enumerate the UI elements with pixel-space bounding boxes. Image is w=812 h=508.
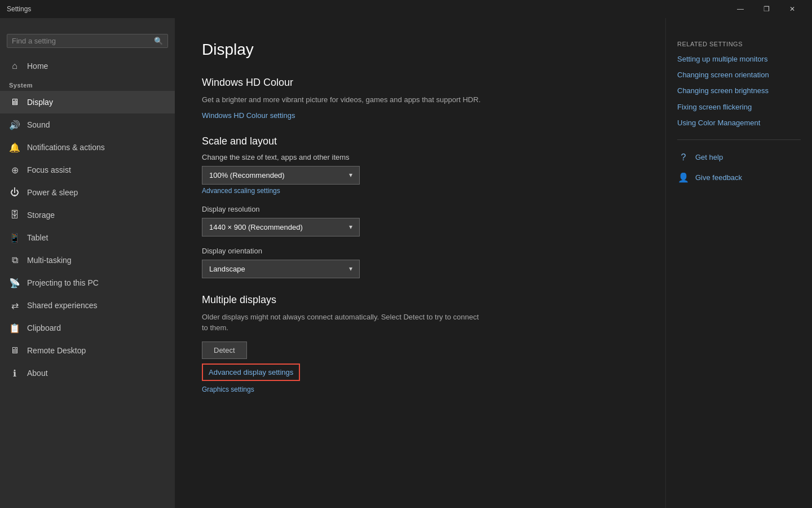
get-help-label: Get help	[695, 153, 723, 161]
related-settings-title: Related settings	[677, 41, 801, 47]
shared-icon: ⇄	[9, 300, 20, 311]
sidebar: 🔍 ⌂ Home System 🖥 Display 🔊 Sound 🔔 Noti…	[0, 18, 175, 508]
give-feedback-icon: 👤	[677, 172, 690, 184]
sidebar-item-focus-label: Focus assist	[27, 165, 71, 174]
sidebar-item-power[interactable]: ⏻ Power & sleep	[0, 181, 175, 204]
sidebar-item-multitasking-label: Multi-tasking	[27, 256, 72, 265]
sidebar-item-sound-label: Sound	[27, 120, 50, 129]
sidebar-item-multitasking[interactable]: ⧉ Multi-tasking	[0, 249, 175, 271]
resolution-select-value: 812 × 508 (Recommended)	[209, 223, 303, 231]
sidebar-item-notifications[interactable]: 🔔 Notifications & actions	[0, 136, 175, 159]
related-link-monitors[interactable]: Setting up multiple monitors	[677, 54, 801, 64]
orientation-setting-row: Display orientation Landscape ▾	[202, 247, 638, 278]
sidebar-item-shared-label: Shared experiences	[27, 301, 98, 310]
orientation-label: Display orientation	[202, 247, 638, 255]
window-controls: — ❐ ✕	[727, 0, 805, 18]
size-label: Change the size of text, apps and other …	[202, 153, 638, 161]
detect-button[interactable]: Detect	[202, 341, 247, 359]
multiple-displays-title: Multiple displays	[202, 294, 638, 306]
sidebar-item-clipboard[interactable]: 📋 Clipboard	[0, 317, 175, 339]
storage-icon: 🗄	[9, 209, 20, 221]
orientation-select-arrow: ▾	[349, 265, 352, 273]
sidebar-item-storage[interactable]: 🗄 Storage	[0, 204, 175, 226]
resolution-select-arrow: ▾	[349, 223, 352, 231]
system-section-label: System	[0, 77, 175, 91]
sidebar-item-power-label: Power & sleep	[27, 188, 78, 197]
search-icon: 🔍	[154, 37, 163, 45]
maximize-button[interactable]: ❐	[753, 0, 779, 18]
advanced-display-settings-link[interactable]: Advanced display settings	[202, 364, 300, 381]
power-icon: ⏻	[9, 187, 20, 198]
close-button[interactable]: ✕	[779, 0, 805, 18]
sidebar-header	[0, 18, 175, 32]
sidebar-item-remote-label: Remote Desktop	[27, 346, 86, 355]
sidebar-item-sound[interactable]: 🔊 Sound	[0, 113, 175, 136]
sidebar-item-remote[interactable]: 🖥 Remote Desktop	[0, 339, 175, 362]
right-panel: Related settings Setting up multiple mon…	[665, 18, 812, 508]
scale-layout-title: Scale and layout	[202, 135, 638, 147]
app-body: 🔍 ⌂ Home System 🖥 Display 🔊 Sound 🔔 Noti…	[0, 18, 812, 508]
clipboard-icon: 📋	[9, 322, 20, 334]
focus-icon: ⊕	[9, 164, 20, 176]
related-link-orientation[interactable]: Changing screen orientation	[677, 70, 801, 80]
related-link-color[interactable]: Using Color Management	[677, 118, 801, 128]
sidebar-item-about[interactable]: ℹ About	[0, 362, 175, 384]
sidebar-item-display[interactable]: 🖥 Display	[0, 91, 175, 113]
sidebar-item-projecting-label: Projecting to this PC	[27, 278, 99, 287]
projecting-icon: 📡	[9, 277, 20, 288]
app-title: Settings	[7, 5, 727, 13]
sidebar-item-tablet[interactable]: 📱 Tablet	[0, 226, 175, 249]
related-link-flickering[interactable]: Fixing screen flickering	[677, 102, 801, 112]
sidebar-item-storage-label: Storage	[27, 211, 55, 220]
size-select-arrow: ▾	[349, 171, 352, 179]
size-select[interactable]: 100% (Recommended) ▾	[202, 166, 360, 185]
sidebar-item-tablet-label: Tablet	[27, 233, 48, 242]
sidebar-item-display-label: Display	[27, 98, 53, 107]
display-icon: 🖥	[9, 97, 20, 108]
sidebar-item-home[interactable]: ⌂ Home	[0, 55, 175, 77]
hd-colour-desc: Get a brighter and more vibrant picture …	[202, 94, 484, 106]
tablet-icon: 📱	[9, 232, 20, 243]
give-feedback-item[interactable]: 👤 Give feedback	[677, 172, 801, 184]
multiple-displays-desc: Older displays might not always connect …	[202, 312, 484, 334]
resolution-select[interactable]: 812 × 508 (Recommended) ▾	[202, 218, 360, 237]
orientation-select[interactable]: Landscape ▾	[202, 260, 360, 278]
titlebar: Settings — ❐ ✕	[0, 0, 812, 18]
sidebar-item-notifications-label: Notifications & actions	[27, 143, 105, 152]
sidebar-item-shared[interactable]: ⇄ Shared experiences	[0, 294, 175, 317]
graphics-settings-link[interactable]: Graphics settings	[202, 386, 254, 393]
search-box[interactable]: 🔍	[7, 34, 168, 48]
sidebar-item-about-label: About	[27, 369, 48, 378]
multiple-displays-section: Multiple displays Older displays might n…	[202, 294, 638, 393]
sidebar-item-clipboard-label: Clipboard	[27, 323, 61, 332]
get-help-item[interactable]: ? Get help	[677, 151, 801, 164]
sound-icon: 🔊	[9, 119, 20, 130]
give-feedback-label: Give feedback	[695, 173, 742, 182]
resolution-setting-row: Display resolution 812 × 508 (Recommend…	[202, 205, 638, 237]
home-icon: ⌂	[9, 60, 20, 72]
multitasking-icon: ⧉	[9, 255, 20, 266]
search-input[interactable]	[12, 37, 154, 45]
minimize-button[interactable]: —	[727, 0, 753, 18]
scale-layout-section: Scale and layout Change the size of text…	[202, 135, 638, 278]
main-content: Display Windows HD Colour Get a brighter…	[175, 18, 665, 508]
get-help-icon: ?	[677, 151, 690, 164]
advanced-scaling-link[interactable]: Advanced scaling settings	[202, 187, 280, 195]
resolution-label: Display resolution	[202, 205, 638, 213]
hd-colour-title: Windows HD Colour	[202, 77, 638, 89]
notifications-icon: 🔔	[9, 142, 20, 153]
size-setting-row: Change the size of text, apps and other …	[202, 153, 638, 195]
orientation-select-value: Landscape	[209, 265, 245, 273]
page-title: Display	[202, 41, 638, 59]
right-panel-divider	[677, 139, 801, 140]
hd-colour-section: Windows HD Colour Get a brighter and mor…	[202, 77, 638, 120]
about-icon: ℹ	[9, 367, 20, 379]
hd-colour-link[interactable]: Windows HD Colour settings	[202, 111, 295, 120]
size-select-value: 100% (Recommended)	[209, 171, 285, 179]
sidebar-item-projecting[interactable]: 📡 Projecting to this PC	[0, 271, 175, 294]
sidebar-item-home-label: Home	[27, 62, 48, 71]
remote-icon: 🖥	[9, 345, 20, 356]
related-link-brightness[interactable]: Changing screen brightness	[677, 86, 801, 96]
sidebar-item-focus[interactable]: ⊕ Focus assist	[0, 159, 175, 181]
